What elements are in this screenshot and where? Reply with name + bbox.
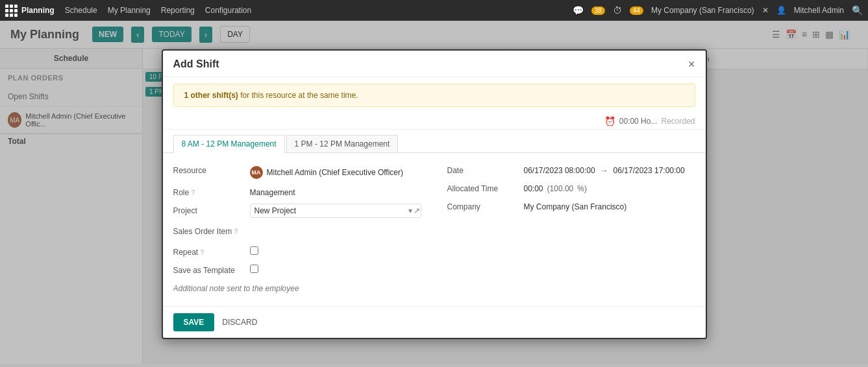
arrow-icon: → [601,166,608,175]
search-icon[interactable]: 🔍 [852,5,863,16]
company-name: My Company (San Francisco) [651,6,754,15]
warning-count: 1 other shift(s) [184,91,238,100]
planning-background: My Planning NEW ‹ TODAY › DAY ☰ 📅 ≡ ⊞ ▦ … [0,21,868,367]
sales-order-value [250,224,421,227]
date-start[interactable]: 06/17/2023 08:00:00 [524,166,595,175]
form-grid: Resource MA Mitchell Admin (Chief Execut… [173,163,695,243]
badge-2: 44 [630,6,643,15]
save-template-label: Save as Template [173,263,245,275]
allocated-time-pct: %) [577,184,587,193]
time-bar: ⏰ 00:00 Ho... Recorded [163,113,706,130]
modal-header: Add Shift × [163,51,706,77]
company-field-row: Company My Company (San Francisco) [447,200,695,211]
allocated-time-val: 00:00 [524,184,543,193]
sales-order-row: Sales Order Item ? [173,224,421,236]
repeat-checkbox[interactable] [250,246,258,255]
tab-shift-2[interactable]: 1 PM - 12 PM Management [286,135,399,152]
project-select-wrapper: ▾ ↗ [250,204,421,218]
warning-banner: 1 other shift(s) for this resource at th… [173,84,695,107]
allocated-time-label: Allocated Time [447,182,519,193]
save-template-checkbox[interactable] [250,265,258,273]
nav-schedule[interactable]: Schedule [62,6,100,15]
time-recorded-value: 00:00 Ho... [619,117,658,126]
note-input[interactable] [173,281,695,296]
sales-order-help[interactable]: ? [234,228,238,235]
allocated-time-paren: (100.00 [547,184,574,193]
time-recorded-label: Recorded [661,117,695,126]
nav-reporting[interactable]: Reporting [158,6,197,15]
warning-suffix: for this resource at the same time. [238,91,358,100]
company-label: Company [447,200,519,211]
role-value: Management [250,185,421,197]
allocated-time-values: 00:00 (100.00 %) [524,182,587,193]
date-value: 06/17/2023 08:00:00 → 06/17/2023 17:00:0… [524,163,685,175]
note-row [173,281,695,296]
repeat-row: Repeat ? [173,245,695,257]
repeat-help[interactable]: ? [201,249,205,256]
badge-1: 38 [591,6,605,15]
allocated-time-row: Allocated Time 00:00 (100.00 %) [447,182,695,193]
role-label: Role ? [173,185,245,197]
app-name[interactable]: Planning [21,6,55,15]
save-button[interactable]: SAVE [173,313,215,331]
resource-label: Resource [173,163,245,175]
external-link-icon[interactable]: ↗ [414,206,420,215]
date-end[interactable]: 06/17/2023 17:00:00 [614,166,685,175]
nav-my-planning[interactable]: My Planning [105,6,153,15]
nav-configuration[interactable]: Configuration [203,6,254,15]
sales-order-label: Sales Order Item ? [173,224,245,236]
project-select-actions: ▾ ↗ [408,206,420,215]
user-icon: 👤 [776,6,786,15]
resource-field-row: Resource MA Mitchell Admin (Chief Execut… [173,163,421,179]
discard-button[interactable]: DISCARD [219,313,260,331]
role-field-row: Role ? Management [173,185,421,197]
add-shift-modal: Add Shift × 1 other shift(s) for this re… [162,49,707,339]
project-label: Project [173,204,245,215]
save-template-row: Save as Template [173,263,695,275]
dropdown-icon[interactable]: ▾ [408,206,412,215]
role-help[interactable]: ? [192,189,195,196]
modal-overlay: Add Shift × 1 other shift(s) for this re… [0,21,868,367]
repeat-label: Repeat ? [173,245,245,257]
topnav-right: 💬 38 ⏱ 44 My Company (San Francisco) ✕ 👤… [573,5,863,16]
resource-avatar: MA [250,166,263,179]
extra-rows: Repeat ? Save as Template [173,245,695,296]
modal-footer: SAVE DISCARD [163,306,706,338]
form-right: Date 06/17/2023 08:00:00 → 06/17/2023 17… [447,163,695,243]
tab-shift-1[interactable]: 8 AM - 12 PM Management [173,135,285,153]
project-input[interactable] [250,204,421,218]
modal-tabs: 8 AM - 12 PM Management 1 PM - 12 PM Man… [163,130,706,153]
close-button[interactable]: × [688,58,695,70]
date-label: Date [447,163,519,175]
messaging-icon[interactable]: 💬 [573,5,584,16]
project-field-row: Project ▾ ↗ [173,204,421,218]
resource-value: MA Mitchell Admin (Chief Executive Offic… [250,163,421,179]
form-left: Resource MA Mitchell Admin (Chief Execut… [173,163,421,243]
app-logo: Planning [5,5,55,17]
top-navigation: Planning Schedule My Planning Reporting … [0,0,868,21]
clock-icon[interactable]: ⏱ [613,5,622,16]
user-name: Mitchell Admin [794,6,844,15]
grid-icon [5,5,18,17]
date-field-row: Date 06/17/2023 08:00:00 → 06/17/2023 17… [447,163,695,175]
clock-icon: ⏰ [604,116,615,126]
company-value: My Company (San Francisco) [524,200,695,211]
modal-title: Add Shift [173,58,219,70]
nav-items: Schedule My Planning Reporting Configura… [62,6,565,15]
time-info: ⏰ 00:00 Ho... Recorded [604,116,695,126]
modal-body: Resource MA Mitchell Admin (Chief Execut… [163,153,706,306]
close-icon: ✕ [762,6,769,15]
